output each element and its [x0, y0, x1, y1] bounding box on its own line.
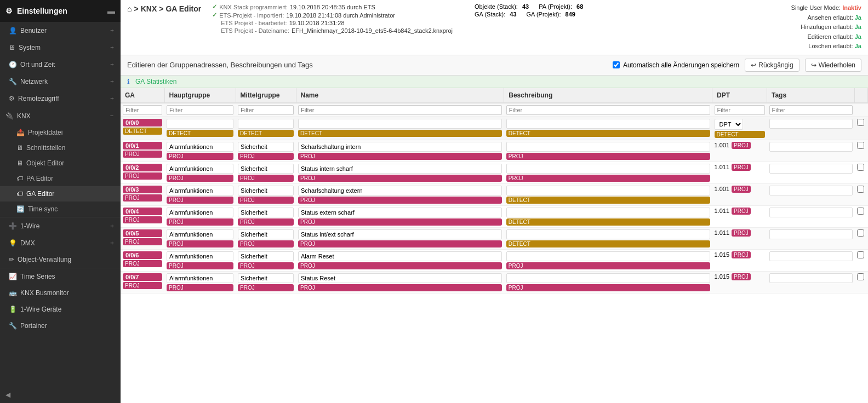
sidebar-item-system[interactable]: 🖥 System ＋	[0, 39, 121, 56]
hg-input-002[interactable]	[167, 164, 233, 174]
hg-input-003[interactable]	[167, 186, 233, 195]
expand-system-icon[interactable]: ＋	[109, 43, 115, 51]
expand-dmx-icon[interactable]: ＋	[109, 239, 115, 247]
hg-input-005[interactable]	[167, 229, 233, 239]
mg-input-005[interactable]	[238, 229, 294, 239]
mg-input-003[interactable]	[238, 186, 294, 195]
name-input-007[interactable]	[298, 273, 502, 283]
row-checkbox-005[interactable]	[857, 229, 864, 237]
expand-1wire-icon[interactable]: ＋	[109, 222, 115, 230]
sidebar-item-netzwerk[interactable]: 🔧 Netzwerk ＋	[0, 73, 121, 90]
proj-badge-name-007: PROJ	[298, 284, 502, 291]
tags-input-002[interactable]	[769, 164, 853, 174]
sidebar-item-benutzer[interactable]: 👤 Benutzer ＋	[0, 22, 121, 39]
sidebar-label-projektdatei: Projektdatei	[28, 129, 62, 136]
tags-input-003[interactable]	[769, 186, 853, 195]
row-checkbox-002[interactable]	[857, 164, 864, 171]
row-checkbox-000[interactable]	[857, 119, 864, 126]
portainer-icon: 🔧	[9, 322, 17, 330]
mg-input-006[interactable]	[238, 251, 294, 261]
tags-input-004[interactable]	[769, 208, 853, 217]
expand-benutzer-icon[interactable]: ＋	[109, 26, 115, 34]
row-checkbox-001[interactable]	[857, 142, 864, 149]
sidebar-item-portainer[interactable]: 🔧 Portainer	[0, 318, 121, 334]
sidebar-item-pa-editor[interactable]: 🏷 PA Editor	[0, 171, 121, 186]
sidebar-item-ort-zeit[interactable]: 🕐 Ort und Zeit ＋	[0, 56, 121, 73]
name-input-005[interactable]	[298, 229, 502, 239]
filter-mittelgruppe[interactable]	[238, 105, 294, 115]
expand-ort-zeit-icon[interactable]: ＋	[109, 60, 115, 68]
time-series-icon: 📈	[9, 273, 17, 280]
sidebar-item-object-verwaltung[interactable]: ✏ Object-Verwaltung	[0, 251, 121, 268]
expand-remotezugriff-icon[interactable]: ＋	[109, 94, 115, 102]
hg-input-004[interactable]	[167, 208, 233, 217]
name-input-001[interactable]	[298, 142, 502, 152]
name-input-000[interactable]	[298, 119, 502, 129]
dpt-select-000[interactable]: DPT	[715, 119, 743, 130]
name-input-006[interactable]	[298, 251, 502, 261]
desc-input-000[interactable]	[506, 119, 710, 129]
sidebar-label-time-series: Time Series	[20, 273, 55, 280]
name-input-003[interactable]	[298, 186, 502, 195]
row-checkbox-004[interactable]	[857, 208, 864, 215]
tags-input-005[interactable]	[769, 229, 853, 239]
filter-name[interactable]	[298, 105, 502, 115]
filter-hauptgruppe[interactable]	[167, 105, 233, 115]
tags-input-000[interactable]	[769, 119, 853, 129]
mg-input-002[interactable]	[238, 164, 294, 174]
sidebar-item-time-sync[interactable]: 🔄 Time sync	[0, 202, 121, 217]
mg-input-001[interactable]	[238, 142, 294, 152]
desc-input-004[interactable]	[506, 208, 710, 217]
sidebar-item-knx[interactable]: 🔌 KNX －	[0, 107, 121, 125]
tags-input-007[interactable]	[769, 273, 853, 283]
sidebar-item-projektdatei[interactable]: 📤 Projektdatei	[0, 125, 121, 140]
desc-input-003[interactable]	[506, 186, 710, 195]
auto-save-label: Automatisch alle Änderungen speichern	[623, 61, 739, 69]
sidebar-item-schnittstellen[interactable]: 🖥 Schnittstellen	[0, 140, 121, 156]
sidebar-item-remotezugriff[interactable]: ⚙ Remotezugriff ＋	[0, 90, 121, 107]
desc-input-002[interactable]	[506, 164, 710, 174]
expand-knx-icon[interactable]: －	[108, 111, 115, 120]
desc-input-005[interactable]	[506, 229, 710, 239]
row-checkbox-006[interactable]	[857, 251, 864, 258]
hg-input-006[interactable]	[167, 251, 233, 261]
filter-ga[interactable]	[123, 105, 162, 115]
name-input-004[interactable]	[298, 208, 502, 217]
sidebar-item-objekt-editor[interactable]: 🖥 Objekt Editor	[0, 156, 121, 171]
hg-input-001[interactable]	[167, 142, 233, 152]
hg-input-000[interactable]	[167, 119, 233, 129]
sidebar-item-ga-editor[interactable]: 🏷 GA Editor	[0, 186, 121, 202]
auto-save-checkbox[interactable]	[613, 61, 620, 68]
row-checkbox-003[interactable]	[857, 186, 864, 193]
redo-button[interactable]: ↪ Wiederholen	[805, 59, 861, 72]
detect-badge-desc: DETECT	[506, 130, 710, 137]
ga-badge-005: 0/0/5	[123, 229, 162, 237]
mg-input-007[interactable]	[238, 273, 294, 283]
tags-input-001[interactable]	[769, 142, 853, 152]
proj-badge-hg-003: PROJ	[167, 197, 233, 204]
filter-dpt[interactable]	[715, 105, 765, 115]
desc-input-001[interactable]	[506, 142, 710, 152]
home-icon[interactable]: ⌂	[127, 4, 132, 13]
tags-input-006[interactable]	[769, 251, 853, 261]
mg-input-004[interactable]	[238, 208, 294, 217]
mg-input-000[interactable]	[238, 119, 294, 129]
row-checkbox-007[interactable]	[857, 273, 864, 280]
sidebar-item-1wire[interactable]: ➕ 1-Wire ＋	[0, 217, 121, 234]
sidebar-collapse-button[interactable]: ◀	[0, 387, 121, 403]
sidebar-item-1wire-geraete[interactable]: 🔋 1-Wire Geräte	[0, 301, 121, 318]
sidebar-item-dmx[interactable]: 💡 DMX ＋	[0, 234, 121, 251]
name-input-002[interactable]	[298, 164, 502, 174]
desc-input-007[interactable]	[506, 273, 710, 283]
undo-button[interactable]: ↩ Rückgängig	[745, 59, 799, 72]
filter-beschreibung[interactable]	[506, 105, 710, 115]
dpt-val-002: 1.011	[715, 164, 730, 170]
sidebar-collapse-icon[interactable]: ▬	[107, 7, 115, 15]
sidebar-item-knx-busmonitor[interactable]: 🚌 KNX Busmonitor	[0, 285, 121, 301]
filter-tags[interactable]	[769, 105, 853, 115]
detect-badge-ga: DETECT	[123, 128, 162, 135]
expand-netzwerk-icon[interactable]: ＋	[109, 77, 115, 85]
sidebar-item-time-series[interactable]: 📈 Time Series	[0, 268, 121, 285]
desc-input-006[interactable]	[506, 251, 710, 261]
hg-input-007[interactable]	[167, 273, 233, 283]
